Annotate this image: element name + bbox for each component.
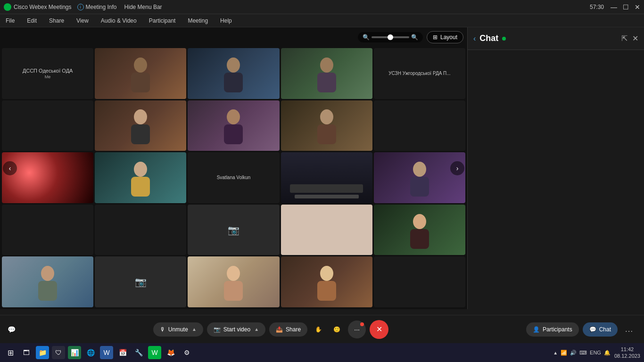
video-cell-24[interactable]	[281, 256, 372, 307]
svg-point-18	[41, 266, 54, 281]
svg-point-6	[134, 109, 147, 124]
svg-rect-19	[38, 281, 57, 301]
video-cell-9[interactable]	[281, 100, 372, 151]
video-cell-22[interactable]: 📷	[95, 256, 186, 307]
maximize-button[interactable]: ☐	[623, 3, 629, 11]
task-view-button[interactable]: 🗔	[20, 346, 33, 359]
excel-icon[interactable]: 📊	[68, 346, 81, 359]
zoom-out-icon[interactable]: 🔍	[363, 34, 370, 41]
next-page-arrow[interactable]: ›	[450, 161, 464, 175]
video-cell-15[interactable]	[374, 152, 465, 203]
meeting-info-link[interactable]: i Meeting Info	[77, 4, 117, 10]
video-grid: ДССП Одеської ОДАMe УСЗН Ужгородської РД…	[2, 29, 465, 307]
settings-icon[interactable]: 🔧	[132, 346, 145, 359]
chat-close-button[interactable]: ✕	[632, 34, 638, 43]
video-feed-4	[281, 48, 372, 99]
tray-arrow[interactable]: ▲	[553, 350, 558, 355]
browser-icon-2[interactable]: 🦊	[164, 346, 177, 359]
clock[interactable]: 11:42 08.12.2023	[614, 346, 640, 360]
svg-point-10	[320, 109, 333, 124]
video-toolbar: 🔍 🔍 ⊞ Layout	[358, 31, 463, 43]
video-cell-3[interactable]	[188, 48, 279, 99]
unmute-label: Unmute	[168, 326, 188, 333]
end-call-button[interactable]: ✕	[370, 320, 388, 339]
more-icon: ···	[354, 326, 360, 333]
zoom-slider[interactable]	[372, 36, 409, 38]
menu-file[interactable]: File	[4, 16, 17, 25]
start-button[interactable]: ⊞	[4, 346, 17, 359]
video-cell-1[interactable]: ДССП Одеської ОДАMe	[2, 48, 93, 99]
word-icon[interactable]: W	[100, 346, 113, 359]
video-cell-7[interactable]	[95, 100, 186, 151]
more-options-button[interactable]: ···	[348, 321, 366, 338]
video-cell-13[interactable]: Svatlana Volkun	[188, 152, 279, 203]
video-cell-12[interactable]	[95, 152, 186, 203]
hide-menu-bar[interactable]: Hide Menu Bar	[123, 3, 164, 11]
menu-share[interactable]: Share	[47, 16, 66, 25]
video-cell-8[interactable]	[188, 100, 279, 151]
chat-title: Chat	[479, 33, 498, 43]
chat-popout-button[interactable]: ⇱	[621, 34, 627, 43]
video-cell-2[interactable]	[95, 48, 186, 99]
raise-hand-button[interactable]: ✋	[311, 322, 326, 337]
chat-expand-icon[interactable]: ‹	[473, 34, 476, 43]
video-cell-10[interactable]	[374, 100, 465, 151]
video-cell-11[interactable]	[2, 152, 93, 203]
defender-icon[interactable]: 🛡	[52, 346, 65, 359]
video-cell-17[interactable]	[95, 205, 186, 255]
video-cell-20[interactable]	[374, 205, 465, 255]
layout-label: Layout	[440, 34, 457, 41]
app-icon-12[interactable]: ⚙	[180, 346, 193, 359]
prev-page-arrow[interactable]: ‹	[3, 161, 17, 175]
zoom-in-icon[interactable]: 🔍	[411, 34, 418, 41]
video-cell-6[interactable]	[2, 100, 93, 151]
svg-point-8	[227, 109, 240, 124]
unmute-caret[interactable]: ▲	[192, 327, 197, 332]
video-cell-25[interactable]	[374, 256, 465, 307]
svg-point-16	[413, 214, 426, 229]
chrome-icon[interactable]: 🌐	[84, 346, 97, 359]
start-video-button[interactable]: 📷 Start video ▲	[207, 322, 265, 337]
video-cell-16[interactable]	[2, 205, 93, 255]
video-cell-23[interactable]	[188, 256, 279, 307]
menu-participant[interactable]: Participant	[147, 16, 178, 25]
zoom-control[interactable]: 🔍 🔍	[358, 32, 423, 42]
layout-button[interactable]: ⊞ Layout	[427, 31, 463, 43]
file-explorer-icon[interactable]: 📁	[36, 346, 49, 359]
reactions-icon: 🙂	[333, 326, 340, 333]
bottom-right-controls: 👤 Participants 💬 Chat …	[526, 322, 636, 337]
menu-edit[interactable]: Edit	[25, 16, 39, 25]
video-feed-21	[2, 256, 93, 307]
close-button[interactable]: ✕	[635, 3, 640, 11]
notification-icon[interactable]: 🔔	[604, 350, 611, 356]
more-right-button[interactable]: …	[621, 322, 636, 337]
participants-button[interactable]: 👤 Participants	[526, 322, 579, 337]
end-call-icon: ✕	[376, 325, 382, 334]
chat-button[interactable]: 💬 Chat	[583, 322, 618, 337]
webex-taskbar-icon[interactable]: W	[148, 346, 161, 359]
menu-help[interactable]: Help	[218, 16, 234, 25]
menu-meeting[interactable]: Meeting	[186, 16, 210, 25]
volume-icon[interactable]: 🔊	[570, 350, 577, 356]
video-cell-5[interactable]: УСЗН Ужгородської РДА П...	[374, 48, 465, 99]
share-button[interactable]: 📤 Share	[269, 322, 307, 337]
video-cell-4[interactable]	[281, 48, 372, 99]
unmute-button[interactable]: 🎙 Unmute ▲	[153, 322, 203, 337]
bottom-center-controls: 🎙 Unmute ▲ 📷 Start video ▲ 📤 Share ✋ 🙂 ·…	[153, 320, 388, 339]
video-caret[interactable]: ▲	[254, 327, 259, 332]
video-feed-23	[188, 256, 279, 307]
svg-point-20	[227, 266, 240, 281]
video-cell-19[interactable]	[281, 205, 372, 255]
video-cell-18[interactable]: 📷	[188, 205, 279, 255]
video-cell-21[interactable]	[2, 256, 93, 307]
lang-label[interactable]: ENG	[590, 350, 601, 355]
messages-icon[interactable]: 💬	[8, 326, 16, 333]
minimize-button[interactable]: —	[611, 3, 617, 11]
calendar-icon[interactable]: 📅	[116, 346, 129, 359]
video-feed-15	[374, 152, 465, 203]
menu-view[interactable]: View	[74, 16, 91, 25]
reactions-button[interactable]: 🙂	[330, 322, 344, 337]
menu-audio-video[interactable]: Audio & Video	[99, 16, 139, 25]
title-bar: Cisco Webex Meetings i Meeting Info Hide…	[0, 0, 644, 14]
video-cell-14[interactable]	[281, 152, 372, 203]
